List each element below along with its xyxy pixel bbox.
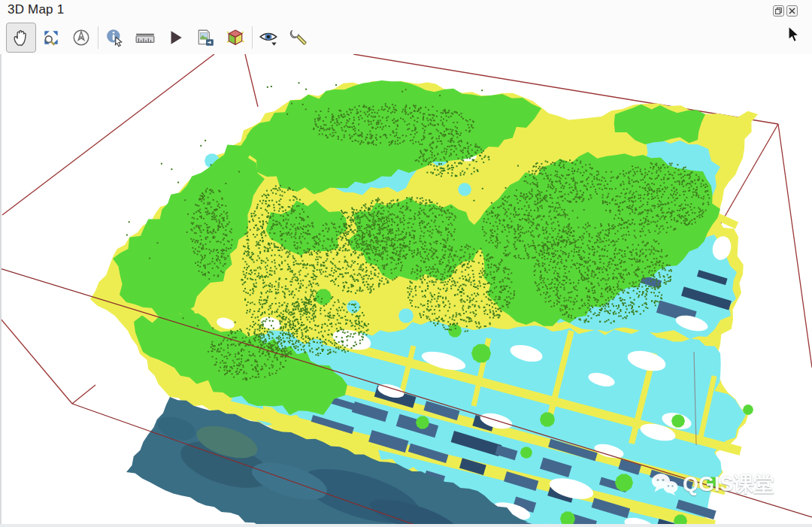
float-icon	[775, 8, 782, 14]
float-window-button[interactable]	[773, 5, 784, 17]
compass-button[interactable]	[66, 23, 96, 53]
toolbar	[0, 21, 812, 54]
ruler-icon	[135, 28, 156, 47]
wrench-icon	[289, 28, 309, 47]
3d-scene-canvas[interactable]	[0, 54, 812, 527]
close-window-button[interactable]	[786, 5, 798, 17]
play-icon	[165, 28, 185, 47]
hand-icon	[11, 28, 31, 47]
3d-map-window: 3D Map 1	[0, 0, 812, 527]
save-as-image-button[interactable]	[190, 23, 220, 53]
view-theme-button[interactable]	[254, 23, 284, 53]
pan-camera-button[interactable]	[6, 23, 36, 53]
cube-3d-icon	[225, 27, 246, 48]
toolbar-separator	[252, 26, 253, 49]
eye-icon	[259, 28, 280, 47]
animations-button[interactable]	[160, 23, 190, 53]
zoom-camera-button[interactable]	[36, 23, 66, 53]
toolbar-separator	[98, 26, 98, 49]
compass-icon	[71, 28, 91, 47]
measure-line-button[interactable]	[130, 23, 160, 53]
identify-button[interactable]	[100, 23, 130, 53]
window-title: 3D Map 1	[8, 2, 64, 17]
close-icon	[789, 8, 795, 14]
configure-button[interactable]	[284, 23, 314, 53]
image-export-icon	[195, 28, 215, 47]
zoom-arrows-icon	[41, 28, 61, 47]
titlebar: 3D Map 1	[0, 0, 812, 21]
info-cursor-icon	[105, 28, 125, 47]
scene-viewport	[0, 54, 812, 527]
scene-3d-button[interactable]	[220, 23, 250, 53]
